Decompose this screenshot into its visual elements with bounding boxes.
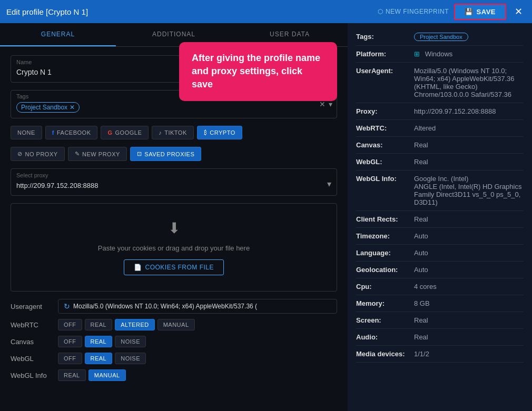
window-title: Edit profile [Crypto N 1] <box>6 7 88 16</box>
info-val-proxy: http://209.97.152.208:8888 <box>414 107 524 115</box>
tag-remove-button[interactable]: ✕ <box>70 104 75 111</box>
useragent-input[interactable] <box>73 303 331 310</box>
profile-type-google[interactable]: G GOOGLE <box>101 126 149 139</box>
info-row-cpu: Cpu: 4 cores <box>356 278 524 295</box>
info-key-screen: Screen: <box>356 316 414 324</box>
info-row-screen: Screen: Real <box>356 312 524 329</box>
webrtc-real-button[interactable]: REAL <box>85 319 113 330</box>
new-fingerprint-button[interactable]: ⬡ NEW FINGERPRINT <box>378 8 449 15</box>
google-label: GOOGLE <box>115 129 142 136</box>
info-row-proxy: Proxy: http://209.97.152.208:8888 <box>356 103 524 120</box>
cookie-drop-area[interactable]: ⬇ Paste your cookies or drag and drop yo… <box>11 203 337 292</box>
select-proxy-input[interactable] <box>16 182 321 189</box>
spinner-icon: ↻ <box>64 302 70 310</box>
tags-actions: ✕ ▾ <box>319 100 332 108</box>
save-button[interactable]: 💾 SAVE <box>454 4 506 20</box>
info-key-webgl: WebGL: <box>356 158 414 166</box>
webgl-row: WebGL OFF REAL NOISE <box>11 353 337 364</box>
annotation-box: After giving the profile name and proxy … <box>179 42 337 101</box>
info-val-platform: ⊞ Windows <box>414 50 524 58</box>
cookies-from-file-label: COOKIES FROM FILE <box>145 264 214 271</box>
webrtc-off-button[interactable]: OFF <box>58 319 82 330</box>
info-row-language: Language: Auto <box>356 245 524 262</box>
info-tag-chip: Project Sandbox <box>414 33 468 41</box>
profile-type-tiktok[interactable]: ♪ TIKTOK <box>152 126 194 139</box>
webrtc-options: OFF REAL ALTERED MANUAL <box>58 319 195 330</box>
info-val-webgl-info: Google Inc. (Intel) ANGLE (Intel, Intel(… <box>414 175 524 206</box>
info-key-webgl-info: WebGL Info: <box>356 175 414 183</box>
webgl-info-manual-button[interactable]: MANUAL <box>88 369 126 381</box>
cookies-from-file-button[interactable]: 📄 COOKIES FROM FILE <box>124 259 224 275</box>
canvas-real-button[interactable]: REAL <box>85 336 113 347</box>
webgl-real-button[interactable]: REAL <box>85 353 113 364</box>
useragent-field: ↻ <box>58 299 337 314</box>
annotation-text: After giving the profile name and proxy … <box>192 53 320 89</box>
windows-icon: ⊞ <box>414 50 420 58</box>
webgl-options: OFF REAL NOISE <box>58 353 146 364</box>
title-bar-right: ⬡ NEW FINGERPRINT 💾 SAVE ✕ <box>378 4 526 20</box>
saved-proxies-label: SAVED PROXIES <box>144 151 194 157</box>
info-row-webrtc: WebRTC: Altered <box>356 120 524 137</box>
webrtc-manual-button[interactable]: MANUAL <box>157 319 195 330</box>
profile-type-row: NONE f FACEBOOK G GOOGLE ♪ TIKTOK ₿ CRYP… <box>11 126 337 139</box>
info-val-screen: Real <box>414 316 524 324</box>
tab-general[interactable]: GENERAL <box>0 23 116 46</box>
info-key-memory: Memory: <box>356 299 414 307</box>
new-proxy-button[interactable]: ✎ NEW PROXY <box>68 147 127 161</box>
google-icon: G <box>107 129 112 136</box>
info-key-webrtc: WebRTC: <box>356 124 414 132</box>
form-section: Name Status Tags Project Sandbox ✕ <box>0 47 348 411</box>
info-val-audio: Real <box>414 333 524 341</box>
info-row-useragent: UserAgent: Mozilla/5.0 (Windows NT 10.0;… <box>356 63 524 103</box>
webgl-off-button[interactable]: OFF <box>58 353 82 364</box>
info-row-client-rects: Client Rects: Real <box>356 211 524 228</box>
new-proxy-icon: ✎ <box>75 151 80 157</box>
useragent-row: Useragent ↻ <box>11 299 337 314</box>
webrtc-row: WebRTC OFF REAL ALTERED MANUAL <box>11 319 337 330</box>
info-key-canvas: Canvas: <box>356 141 414 149</box>
tags-clear-button[interactable]: ✕ <box>319 100 326 108</box>
info-val-geolocation: Auto <box>414 266 524 274</box>
no-proxy-button[interactable]: ⊘ NO PROXY <box>11 147 65 161</box>
canvas-label: Canvas <box>11 338 53 346</box>
info-val-timezone: Auto <box>414 232 524 240</box>
no-proxy-icon: ⊘ <box>17 151 23 157</box>
info-key-media-devices: Media devices: <box>356 350 414 358</box>
tiktok-icon: ♪ <box>159 129 162 136</box>
webgl-info-row: WebGL Info REAL MANUAL <box>11 369 337 381</box>
profile-type-facebook[interactable]: f FACEBOOK <box>45 126 98 139</box>
info-row-platform: Platform: ⊞ Windows <box>356 46 524 63</box>
webgl-info-real-button[interactable]: REAL <box>58 369 86 381</box>
tags-label: Tags <box>16 93 28 99</box>
none-label: NONE <box>17 129 35 136</box>
webrtc-label: WebRTC <box>11 321 53 329</box>
title-bar: Edit profile [Crypto N 1] ⬡ NEW FINGERPR… <box>0 0 532 23</box>
proxy-row: ⊘ NO PROXY ✎ NEW PROXY ⊡ SAVED PROXIES <box>11 147 337 161</box>
info-val-language: Auto <box>414 249 524 257</box>
info-key-platform: Platform: <box>356 50 414 58</box>
info-key-tags: Tags: <box>356 33 414 41</box>
tag-chip-label: Project Sandbox <box>21 104 67 111</box>
canvas-noise-button[interactable]: NOISE <box>115 336 146 347</box>
info-key-client-rects: Client Rects: <box>356 215 414 223</box>
info-val-media-devices: 1/1/2 <box>414 350 524 358</box>
new-proxy-label: NEW PROXY <box>82 151 120 157</box>
profile-type-none[interactable]: NONE <box>11 126 42 139</box>
close-button[interactable]: ✕ <box>511 5 526 18</box>
canvas-options: OFF REAL NOISE <box>58 336 146 347</box>
webgl-label: WebGL <box>11 355 53 363</box>
facebook-label: FACEBOOK <box>57 129 91 136</box>
webgl-info-label: WebGL Info <box>11 372 53 379</box>
fingerprint-icon: ⬡ <box>378 8 383 15</box>
canvas-off-button[interactable]: OFF <box>58 336 82 347</box>
info-val-webgl: Real <box>414 158 524 166</box>
platform-value: Windows <box>425 50 453 58</box>
tags-dropdown-button[interactable]: ▾ <box>329 100 332 108</box>
webrtc-altered-button[interactable]: ALTERED <box>115 319 154 330</box>
info-row-canvas: Canvas: Real <box>356 137 524 154</box>
info-row-memory: Memory: 8 GB <box>356 295 524 312</box>
webgl-noise-button[interactable]: NOISE <box>115 353 146 364</box>
profile-type-crypto[interactable]: ₿ CRYPTO <box>197 126 242 139</box>
crypto-label: CRYPTO <box>210 129 235 136</box>
saved-proxies-button[interactable]: ⊡ SAVED PROXIES <box>130 147 201 161</box>
